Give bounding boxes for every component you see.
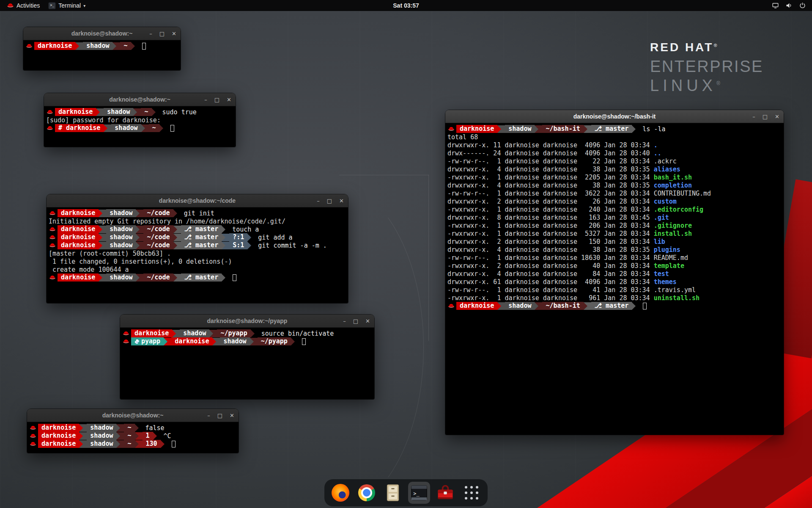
powerline-arrow-icon — [99, 210, 106, 217]
prompt-segment-path: ~/bash-it — [542, 302, 583, 310]
maximize-button[interactable]: □ — [214, 97, 219, 102]
terminal-line: darknoiseshadow~/code⎇ masterS:1git comm… — [49, 241, 346, 249]
powerline-arrow-icon — [497, 125, 505, 133]
terminal-line: [master (root-commit) 50bcb63] . — [49, 249, 346, 257]
prompt-segment-host: shadow — [83, 42, 112, 50]
dock-show-applications[interactable] — [461, 482, 483, 504]
window-titlebar[interactable]: darknoise@shadow:~–□✕ — [23, 27, 181, 40]
window-titlebar[interactable]: darknoise@shadow:~/code–□✕ — [47, 194, 348, 207]
terminal-window[interactable]: darknoise@shadow:~/bash-it–□✕darknoisesh… — [445, 110, 784, 435]
terminal-line: darknoiseshadow~false — [29, 424, 236, 432]
windows-layer: darknoise@shadow:~–□✕darknoiseshadow~dar… — [0, 0, 812, 508]
prompt-segment-user: darknoise — [456, 125, 497, 133]
window-controls: –□✕ — [207, 409, 234, 422]
powerline-arrow-icon — [116, 432, 124, 440]
powerline-arrow-icon — [79, 440, 87, 448]
redhat-icon — [7, 3, 14, 8]
terminal-line: total 68 — [447, 133, 782, 141]
terminal-body[interactable]: darknoiseshadow~/bash-it⎇ masterls -lato… — [445, 123, 784, 435]
app-menu-terminal[interactable]: >_ Terminal ▾ — [44, 0, 90, 11]
maximize-button[interactable]: □ — [159, 31, 165, 36]
dock-terminal[interactable]: >_ — [408, 482, 430, 504]
svg-text:>_: >_ — [413, 491, 420, 497]
terminal-window[interactable]: darknoise@shadow:~/pyapp–□✕darknoiseshad… — [120, 315, 374, 399]
powerline-arrow-icon — [99, 274, 106, 282]
window-titlebar[interactable]: darknoise@shadow:~–□✕ — [27, 409, 239, 422]
terminal-line: -rwxrwxr-x. 1 darknoise darknoise 206 Ja… — [447, 221, 782, 229]
terminal-line: 1 file changed, 0 insertions(+), 0 delet… — [49, 257, 346, 265]
powerline-arrow-icon — [209, 330, 217, 337]
output-text: drwxrwxr-x. 4 darknoise darknoise 38 Jan… — [447, 166, 654, 173]
terminal-icon: >_ — [410, 483, 428, 502]
terminal-body[interactable]: darknoiseshadow~falsedarknoiseshadow~1^C… — [27, 422, 239, 453]
terminal-line: -rw-rw-r--. 1 darknoise darknoise 3622 J… — [447, 189, 782, 197]
output-text: lib — [654, 238, 665, 246]
minimize-button[interactable]: – — [207, 413, 210, 418]
prompt-segment-path: ~/code — [143, 225, 173, 233]
terminal-window[interactable]: darknoise@shadow:~–□✕darknoiseshadow~sud… — [44, 93, 236, 147]
maximize-button[interactable]: □ — [327, 198, 332, 204]
terminal-line: darknoiseshadow~/code⎇ master?:1git add … — [49, 233, 346, 241]
powerline-arrow-icon — [632, 125, 639, 133]
window-titlebar[interactable]: darknoise@shadow:~/bash-it–□✕ — [445, 110, 784, 123]
dock-firefox[interactable] — [329, 482, 351, 504]
output-text: drwxrwxr-x. 8 darknoise darknoise 163 Ja… — [447, 214, 654, 221]
output-text: uninstall.sh — [654, 294, 700, 302]
window-titlebar[interactable]: darknoise@shadow:~/pyapp–□✕ — [120, 315, 374, 328]
terminal-body[interactable]: darknoiseshadow~ — [23, 40, 181, 70]
powerline-arrow-icon — [250, 338, 258, 345]
minimize-button[interactable]: – — [204, 97, 207, 102]
activities-button[interactable]: Activities — [3, 0, 44, 11]
maximize-button[interactable]: □ — [217, 413, 222, 418]
dock-toolbox[interactable] — [434, 482, 456, 504]
maximize-button[interactable]: □ — [353, 318, 358, 324]
window-titlebar[interactable]: darknoise@shadow:~–□✕ — [44, 93, 236, 106]
close-button[interactable]: ✕ — [775, 114, 779, 119]
output-text: completion — [654, 182, 692, 189]
close-button[interactable]: ✕ — [172, 31, 176, 36]
system-menu[interactable] — [772, 0, 812, 11]
terminal-window[interactable]: darknoise@shadow:~–□✕darknoiseshadow~fal… — [27, 409, 239, 453]
prompt-segment-path: ~/code — [143, 209, 173, 217]
minimize-button[interactable]: – — [343, 318, 346, 324]
output-text: .gitignore — [654, 222, 692, 229]
minimize-button[interactable]: – — [149, 31, 152, 36]
prompt-segment-user: darknoise — [38, 440, 79, 448]
powerline-arrow-icon — [133, 108, 141, 116]
app-menu-label: Terminal — [58, 2, 81, 9]
output-text: -rw-rw-r--. 1 darknoise darknoise 22 Jan… — [447, 157, 654, 165]
terminal-line: [sudo] password for darknoise: — [46, 116, 233, 124]
terminal-window[interactable]: darknoise@shadow:~–□✕darknoiseshadow~ — [23, 27, 181, 70]
terminal-body[interactable]: darknoiseshadow~/pyappsource bin/activat… — [120, 328, 374, 399]
prompt-segment-path: ~ — [120, 42, 131, 50]
window-title: darknoise@shadow:~/pyapp — [207, 318, 288, 324]
terminal-body[interactable]: darknoiseshadow~/codegit initInitialized… — [47, 207, 348, 303]
prompt-segment-host: shadow — [505, 302, 535, 310]
terminal-line: # darknoiseshadow~ — [46, 124, 233, 132]
dock: >_ — [324, 479, 488, 506]
powerline-arrow-icon — [584, 125, 591, 133]
terminal-line: pyappdarknoiseshadow~/pyapp — [122, 337, 372, 345]
minimize-button[interactable]: – — [317, 198, 320, 204]
prompt-segment-user: darknoise — [55, 108, 96, 116]
prompt-segment-host: shadow — [106, 209, 136, 217]
dock-chrome[interactable] — [356, 482, 378, 504]
terminal-body[interactable]: darknoiseshadow~sudo true[sudo] password… — [44, 106, 236, 147]
close-button[interactable]: ✕ — [230, 413, 234, 418]
dock-files[interactable] — [382, 482, 404, 504]
terminal-window[interactable]: darknoise@shadow:~/code–□✕darknoiseshado… — [47, 194, 348, 303]
powerline-arrow-icon — [136, 242, 143, 249]
close-button[interactable]: ✕ — [365, 318, 370, 324]
terminal-line: darknoiseshadow~/code⎇ mastertouch a — [49, 225, 346, 233]
prompt-segment-scm: ⎇ master — [181, 225, 222, 233]
prompt-segment-host: shadow — [106, 225, 136, 233]
close-button[interactable]: ✕ — [227, 97, 231, 102]
close-button[interactable]: ✕ — [339, 198, 344, 204]
minimize-button[interactable]: – — [752, 114, 755, 119]
window-controls: –□✕ — [317, 194, 344, 207]
output-text: drwxrwxr-x. 4 darknoise darknoise 38 Jan… — [447, 246, 654, 254]
prompt-segment-scm: ⎇ master — [591, 302, 632, 310]
command-text: sudo true — [162, 108, 197, 116]
maximize-button[interactable]: □ — [763, 114, 768, 119]
clock[interactable]: Sat 03:57 — [393, 2, 419, 9]
